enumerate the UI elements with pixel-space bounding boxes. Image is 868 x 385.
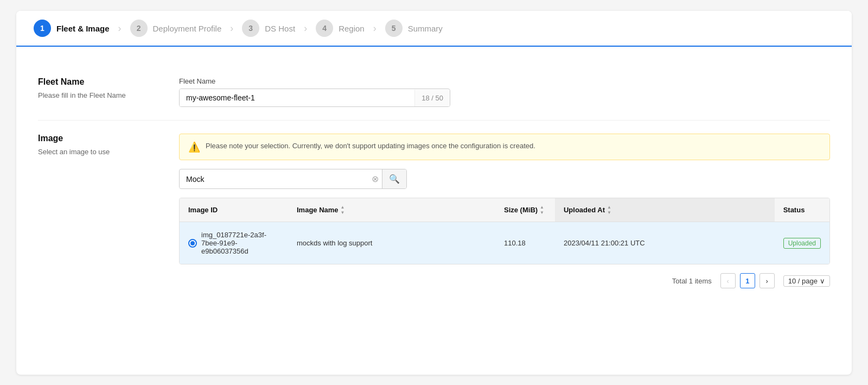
image-section-title: Image xyxy=(38,134,157,143)
search-button[interactable]: 🔍 xyxy=(382,169,406,188)
page-container: 1 Fleet & Image › 2 Deployment Profile ›… xyxy=(16,11,852,375)
uploaded-at-sort-icon: ▲▼ xyxy=(607,205,611,215)
image-table: Image ID Image Name ▲▼ xyxy=(180,198,829,264)
image-section-desc: Select an image to use xyxy=(38,148,157,156)
warning-text: Please note your selection. Currently, w… xyxy=(206,141,535,152)
step-5-label: Summary xyxy=(408,24,443,33)
step-3-circle: 3 xyxy=(242,20,259,37)
radio-cell: img_0187721e-2a3f-7bee-91e9-e9b06037356d xyxy=(188,231,279,255)
th-image-name[interactable]: Image Name ▲▼ xyxy=(288,198,495,222)
step-4-circle: 4 xyxy=(316,20,333,37)
search-clear-icon[interactable]: ⊗ xyxy=(368,172,382,186)
step-3[interactable]: 3 DS Host xyxy=(242,20,295,37)
stepper: 1 Fleet & Image › 2 Deployment Profile ›… xyxy=(16,11,852,47)
step-1-circle: 1 xyxy=(34,20,51,37)
status-badge: Uploaded xyxy=(783,238,821,249)
table-header: Image ID Image Name ▲▼ xyxy=(180,198,829,222)
fleet-name-input-wrapper: 18 / 50 xyxy=(179,89,450,107)
step-3-label: DS Host xyxy=(265,24,295,33)
step-2-circle: 2 xyxy=(130,20,148,37)
step-1[interactable]: 1 Fleet & Image xyxy=(34,20,110,37)
th-size[interactable]: Size (MiB) ▲▼ xyxy=(495,198,555,222)
image-section: Image Select an image to use ⚠️ Please n… xyxy=(38,121,830,301)
image-search-wrapper: ⊗ 🔍 xyxy=(179,169,407,189)
pagination-next[interactable]: › xyxy=(760,273,775,288)
stepper-wrapper: 1 Fleet & Image › 2 Deployment Profile ›… xyxy=(16,11,852,47)
step-arrow-3: › xyxy=(304,23,307,34)
td-image-id: img_0187721e-2a3f-7bee-91e9-e9b06037356d xyxy=(180,222,288,264)
fleet-name-label: Fleet Name xyxy=(179,77,830,85)
pagination-page-1[interactable]: 1 xyxy=(740,273,755,288)
image-name-sort-icon: ▲▼ xyxy=(341,205,345,215)
content: Fleet Name Please fill in the Fleet Name… xyxy=(16,47,852,319)
image-warning-box: ⚠️ Please note your selection. Currently… xyxy=(179,134,830,160)
fleet-name-counter: 18 / 50 xyxy=(414,90,450,106)
th-uploaded-at[interactable]: Uploaded At ▲▼ xyxy=(555,198,775,222)
step-1-label: Fleet & Image xyxy=(56,24,110,33)
step-2[interactable]: 2 Deployment Profile xyxy=(130,20,222,37)
image-section-right: ⚠️ Please note your selection. Currently… xyxy=(179,134,830,288)
warning-icon: ⚠️ xyxy=(188,141,200,153)
pagination-total: Total 1 items xyxy=(672,277,712,285)
radio-button[interactable] xyxy=(188,239,197,248)
page-size-chevron-icon: ∨ xyxy=(820,277,825,285)
step-arrow-2: › xyxy=(230,23,233,34)
table-row[interactable]: img_0187721e-2a3f-7bee-91e9-e9b06037356d… xyxy=(180,222,829,264)
fleet-section-right: Fleet Name 18 / 50 xyxy=(179,77,830,107)
page-size-selector[interactable]: 10 / page ∨ xyxy=(783,275,830,287)
image-section-left: Image Select an image to use xyxy=(38,134,157,288)
td-size: 110.18 xyxy=(495,222,555,264)
th-status: Status xyxy=(775,198,829,222)
step-4[interactable]: 4 Region xyxy=(316,20,365,37)
td-uploaded-at: 2023/04/11 21:00:21 UTC xyxy=(555,222,775,264)
step-2-label: Deployment Profile xyxy=(153,24,222,33)
step-5-circle: 5 xyxy=(385,20,403,37)
table-header-row: Image ID Image Name ▲▼ xyxy=(180,198,829,222)
image-table-wrapper: Image ID Image Name ▲▼ xyxy=(179,198,830,264)
step-4-label: Region xyxy=(339,24,365,33)
step-arrow-1: › xyxy=(118,23,122,34)
size-sort-icon: ▲▼ xyxy=(540,205,544,215)
td-status: Uploaded xyxy=(775,222,829,264)
fleet-section-desc: Please fill in the Fleet Name xyxy=(38,91,157,99)
fleet-name-input[interactable] xyxy=(180,89,414,106)
table-body: img_0187721e-2a3f-7bee-91e9-e9b06037356d… xyxy=(180,222,829,264)
fleet-name-section: Fleet Name Please fill in the Fleet Name… xyxy=(38,64,830,121)
fleet-section-title: Fleet Name xyxy=(38,77,157,87)
fleet-section-left: Fleet Name Please fill in the Fleet Name xyxy=(38,77,157,107)
image-search-input[interactable] xyxy=(180,171,368,188)
pagination: Total 1 items ‹ 1 › 10 / page ∨ xyxy=(179,264,830,288)
th-image-id: Image ID xyxy=(180,198,288,222)
step-arrow-4: › xyxy=(373,23,376,34)
pagination-prev[interactable]: ‹ xyxy=(720,273,736,288)
step-5[interactable]: 5 Summary xyxy=(385,20,443,37)
td-image-name: mockds with log support xyxy=(288,222,495,264)
